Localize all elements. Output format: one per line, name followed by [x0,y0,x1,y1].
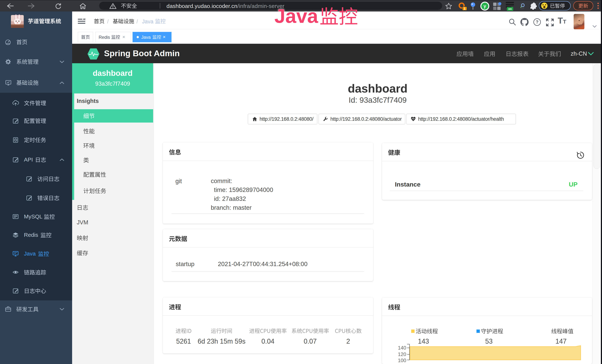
svg-text:120: 120 [398,352,406,357]
svg-text:y: y [484,3,486,9]
svg-text:?: ? [536,20,538,24]
svg-text:1: 1 [464,7,465,11]
svg-text:140: 140 [398,345,406,351]
svg-text:100: 100 [398,358,406,363]
svg-text:on: on [508,7,512,11]
